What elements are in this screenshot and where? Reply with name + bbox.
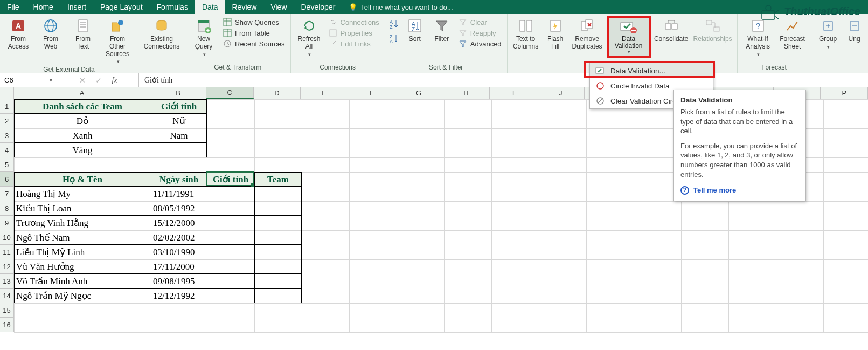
row-header-3[interactable]: 3 bbox=[0, 128, 14, 143]
col-header-I[interactable]: I bbox=[490, 87, 537, 99]
cell-A4[interactable]: Vàng bbox=[14, 143, 151, 157]
cell-B7[interactable]: 11/11/1991 bbox=[151, 187, 207, 201]
col-header-B[interactable]: B bbox=[150, 87, 206, 99]
from-text-button[interactable]: From Text bbox=[68, 16, 98, 51]
formula-input[interactable]: Giới tính bbox=[139, 73, 868, 87]
reapply-button: Reapply bbox=[456, 28, 504, 38]
col-header-H[interactable]: H bbox=[442, 87, 490, 99]
edit-links-icon bbox=[329, 39, 337, 48]
from-table-button[interactable]: From Table bbox=[221, 28, 287, 38]
cell-B14[interactable]: 12/12/1992 bbox=[151, 289, 207, 303]
filter-button[interactable]: Filter bbox=[429, 16, 454, 43]
row-header-14[interactable]: 14 bbox=[0, 289, 14, 303]
col-header-J[interactable]: J bbox=[537, 87, 585, 99]
data-validation-button[interactable]: Data Validation▾ bbox=[607, 16, 651, 58]
remove-duplicates-button[interactable]: Remove Duplicates bbox=[570, 16, 605, 51]
fx-icon[interactable]: fx bbox=[112, 76, 117, 85]
row-header-5[interactable]: 5 bbox=[0, 157, 14, 172]
from-access-button[interactable]: A From Access bbox=[3, 16, 33, 51]
col-header-E[interactable]: E bbox=[301, 87, 348, 99]
cell-A13[interactable]: Võ Trần Minh Anh bbox=[14, 274, 151, 289]
cell-B6[interactable]: Ngày sinh bbox=[151, 172, 207, 187]
consolidate-button[interactable]: Consolidate bbox=[653, 16, 690, 43]
cell-A14[interactable]: Ngô Trần Mỹ Ngọc bbox=[14, 289, 151, 303]
name-box[interactable]: C6▼ bbox=[0, 73, 58, 87]
cell-B3[interactable]: Nam bbox=[151, 128, 207, 143]
row-header-16[interactable]: 16 bbox=[0, 318, 14, 332]
other-sources-icon bbox=[109, 17, 126, 35]
relationships-button: Relationships bbox=[692, 16, 734, 43]
connections-button[interactable]: Connections bbox=[327, 17, 381, 27]
col-header-A[interactable]: A bbox=[14, 87, 150, 99]
cell-D6[interactable]: Team bbox=[254, 172, 302, 187]
recent-sources-button[interactable]: Recent Sources bbox=[221, 39, 287, 49]
row-header-1[interactable]: 1 bbox=[0, 99, 14, 114]
cell-B8[interactable]: 08/05/1992 bbox=[151, 201, 207, 216]
tab-data[interactable]: Data bbox=[195, 0, 225, 14]
tab-formulas[interactable]: Formulas bbox=[150, 0, 195, 14]
col-header-G[interactable]: G bbox=[395, 87, 443, 99]
col-header-C[interactable]: C bbox=[206, 87, 254, 99]
sort-asc-button[interactable]: AZ bbox=[388, 18, 400, 31]
tab-insert[interactable]: Insert bbox=[60, 0, 93, 14]
cell-A10[interactable]: Ngô Thế Nam bbox=[14, 230, 151, 245]
tab-view[interactable]: View bbox=[263, 0, 294, 14]
existing-connections-button[interactable]: Existing Connections bbox=[142, 16, 182, 51]
flash-fill-button[interactable]: Flash Fill bbox=[543, 16, 568, 51]
row-header-4[interactable]: 4 bbox=[0, 143, 14, 157]
tell-me-more-link[interactable]: ?Tell me more bbox=[680, 186, 799, 195]
cell-B11[interactable]: 03/10/1990 bbox=[151, 245, 207, 259]
cell-A2[interactable]: Đỏ bbox=[14, 114, 151, 128]
cell-A11[interactable]: Liễu Thị Mỹ Linh bbox=[14, 245, 151, 259]
data-validation-menu-item[interactable]: Data Validation... bbox=[590, 63, 713, 78]
tab-page-layout[interactable]: Page Layout bbox=[93, 0, 150, 14]
row-header-9[interactable]: 9 bbox=[0, 216, 14, 230]
tab-home[interactable]: Home bbox=[26, 0, 60, 14]
connections-icon bbox=[153, 17, 170, 35]
tab-file[interactable]: File bbox=[0, 0, 26, 14]
cell-B9[interactable]: 15/12/2000 bbox=[151, 216, 207, 230]
row-header-6[interactable]: 6 bbox=[0, 172, 14, 187]
row-header-12[interactable]: 12 bbox=[0, 259, 14, 274]
cell-A9[interactable]: Trương Vinh Hằng bbox=[14, 216, 151, 230]
row-header-2[interactable]: 2 bbox=[0, 114, 14, 128]
row-header-13[interactable]: 13 bbox=[0, 274, 14, 289]
refresh-all-button[interactable]: Refresh All▾ bbox=[294, 16, 324, 57]
tell-me[interactable]: 💡 Tell me what you want to do... bbox=[342, 0, 459, 14]
select-all-corner[interactable] bbox=[0, 87, 14, 99]
row-header-8[interactable]: 8 bbox=[0, 201, 14, 216]
clear-filter-button: Clear bbox=[456, 17, 504, 27]
col-header-F[interactable]: F bbox=[348, 87, 395, 99]
advanced-filter-button[interactable]: Advanced bbox=[456, 39, 504, 49]
cell-A8[interactable]: Kiều Thị Loan bbox=[14, 201, 151, 216]
show-queries-button[interactable]: Show Queries bbox=[221, 17, 287, 27]
group-existing-connections: Existing Connections bbox=[138, 14, 185, 73]
cell-A12[interactable]: Vũ Văn Hưởng bbox=[14, 259, 151, 274]
from-other-sources-button[interactable]: From Other Sources▾ bbox=[100, 16, 135, 65]
sort-desc-button[interactable]: ZA bbox=[388, 33, 400, 45]
tab-developer[interactable]: Developer bbox=[294, 0, 343, 14]
text-to-columns-button[interactable]: Text to Columns bbox=[511, 16, 541, 51]
col-header-P[interactable]: P bbox=[821, 87, 868, 99]
cell-B13[interactable]: 09/08/1995 bbox=[151, 274, 207, 289]
cell-A1[interactable]: Danh sách các Team bbox=[14, 99, 151, 114]
new-query-button[interactable]: + New Query▾ bbox=[189, 16, 219, 57]
col-header-D[interactable]: D bbox=[254, 87, 301, 99]
cell-A7[interactable]: Hoàng Thị My bbox=[14, 187, 151, 201]
row-header-15[interactable]: 15 bbox=[0, 303, 14, 318]
cell-B2[interactable]: Nữ bbox=[151, 114, 207, 128]
properties-button: Properties bbox=[327, 28, 381, 38]
cell-A6[interactable]: Họ & Tên bbox=[14, 172, 151, 187]
cell-B12[interactable]: 17/11/2000 bbox=[151, 259, 207, 274]
row-header-7[interactable]: 7 bbox=[0, 187, 14, 201]
cell-B1[interactable]: Giới tính bbox=[151, 99, 207, 114]
tab-review[interactable]: Review bbox=[225, 0, 264, 14]
sort-button[interactable]: AZ Sort bbox=[402, 16, 427, 43]
row-header-11[interactable]: 11 bbox=[0, 245, 14, 259]
cell-B10[interactable]: 02/02/2002 bbox=[151, 230, 207, 245]
what-if-analysis-button[interactable]: ? What-If Analysis▾ bbox=[741, 16, 775, 57]
cell-C6[interactable]: Giới tính bbox=[207, 172, 254, 187]
row-header-10[interactable]: 10 bbox=[0, 230, 14, 245]
cell-A3[interactable]: Xanh bbox=[14, 128, 151, 143]
from-web-button[interactable]: From Web bbox=[36, 16, 66, 51]
